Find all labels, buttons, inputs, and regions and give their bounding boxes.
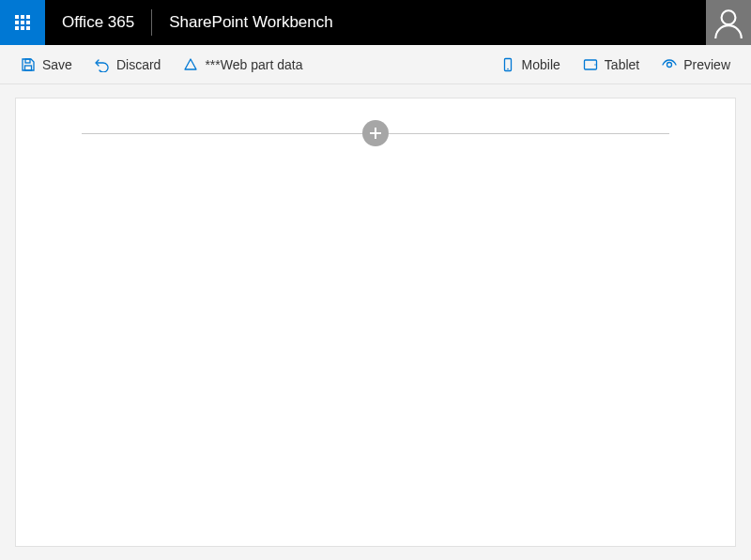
- discard-label: Discard: [116, 57, 161, 72]
- add-webpart-button[interactable]: [362, 120, 389, 146]
- user-avatar[interactable]: [706, 0, 751, 45]
- preview-button[interactable]: Preview: [651, 45, 742, 83]
- app-title: SharePoint Workbench: [152, 0, 350, 45]
- command-bar: Save Discard ***Web part data Mobile: [0, 45, 751, 84]
- waffle-icon: [15, 15, 30, 30]
- preview-label: Preview: [683, 57, 730, 72]
- save-icon: [21, 57, 36, 72]
- save-label: Save: [42, 57, 72, 72]
- save-button[interactable]: Save: [9, 45, 84, 83]
- svg-point-4: [507, 68, 509, 69]
- mobile-label: Mobile: [522, 57, 560, 72]
- mobile-button[interactable]: Mobile: [489, 45, 572, 83]
- webpart-data-button[interactable]: ***Web part data: [172, 45, 314, 83]
- suite-header: Office 365 SharePoint Workbench: [0, 0, 751, 45]
- triangle-icon: [183, 57, 198, 72]
- svg-rect-2: [25, 66, 32, 70]
- eye-icon: [662, 57, 677, 72]
- undo-icon: [95, 57, 110, 72]
- header-spacer: [350, 0, 706, 45]
- webpart-data-label: ***Web part data: [205, 57, 302, 72]
- phone-icon: [500, 57, 515, 72]
- tablet-label: Tablet: [605, 57, 639, 72]
- canvas-container: [0, 84, 751, 560]
- svg-point-7: [667, 62, 672, 67]
- svg-point-0: [722, 10, 736, 24]
- command-bar-right: Mobile Tablet Preview: [489, 45, 742, 83]
- person-icon: [713, 7, 744, 38]
- app-launcher-button[interactable]: [0, 0, 45, 45]
- tablet-button[interactable]: Tablet: [572, 45, 651, 83]
- add-section-line: [82, 125, 669, 142]
- svg-rect-1: [25, 59, 30, 63]
- page-canvas: [15, 98, 736, 547]
- svg-point-6: [594, 64, 595, 65]
- tablet-icon: [583, 57, 598, 72]
- discard-button[interactable]: Discard: [84, 45, 172, 83]
- brand-name[interactable]: Office 365: [45, 0, 151, 45]
